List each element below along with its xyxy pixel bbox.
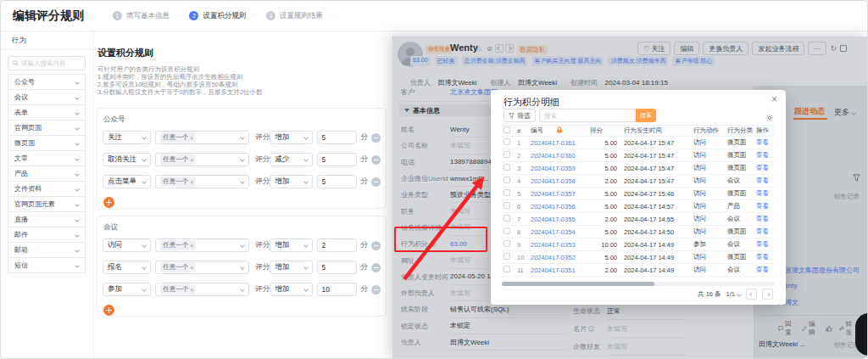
remove-rule-button[interactable] xyxy=(371,177,381,187)
tag-remove-icon[interactable]: × xyxy=(190,179,193,185)
row-checkbox[interactable] xyxy=(504,240,510,247)
wizard-step[interactable]: 2 设置积分规则 xyxy=(189,11,246,21)
tag-remove-icon[interactable]: × xyxy=(190,157,193,163)
rule-target-multiselect[interactable]: 任意一个 × xyxy=(155,261,249,274)
behavior-category-item[interactable]: 表单 xyxy=(8,104,86,121)
cell-view-link[interactable]: 查看 xyxy=(754,149,775,162)
wizard-step[interactable]: 1 填写基本信息 xyxy=(113,11,170,21)
cell-view-link[interactable]: 查看 xyxy=(754,162,775,175)
cell-id-link[interactable]: 20240417-0357 xyxy=(529,188,588,200)
cell-id-link[interactable]: 20240417-0356 xyxy=(529,200,588,213)
close-icon[interactable]: × xyxy=(771,93,777,105)
rule-target-multiselect[interactable]: 任意一个 × xyxy=(155,153,249,166)
cell-id-link[interactable]: 20240417-0351 xyxy=(529,264,588,277)
behavior-category-item[interactable]: 公众号 xyxy=(8,74,86,90)
gear-icon[interactable] xyxy=(765,110,774,126)
cell-id-link[interactable]: 20240417-0359 xyxy=(529,162,588,175)
rule-action-select[interactable]: 关注 xyxy=(103,131,151,144)
row-checkbox[interactable] xyxy=(504,151,510,158)
row-checkbox[interactable] xyxy=(504,227,510,234)
add-rule-button[interactable] xyxy=(103,197,114,208)
rule-action-select[interactable]: 报名 xyxy=(103,261,151,274)
behavior-category-item[interactable]: 直播 xyxy=(8,211,86,227)
sidebar-search[interactable] xyxy=(8,56,86,70)
cell-view-link[interactable]: 查看 xyxy=(754,226,775,238)
rule-target-multiselect[interactable]: 任意一个 × xyxy=(155,131,249,144)
cell-id-link[interactable]: 20240417-0358 xyxy=(529,175,588,188)
cell-view-link[interactable]: 查看 xyxy=(754,137,775,149)
behavior-category-item[interactable]: 邮件 xyxy=(8,227,86,243)
behavior-category-item[interactable]: 微页面 xyxy=(8,135,86,151)
rule-target-multiselect[interactable]: 任意一个 × xyxy=(155,238,249,252)
cell-view-link[interactable]: 查看 xyxy=(754,251,775,264)
row-checkbox[interactable] xyxy=(504,202,510,209)
modal-search-input[interactable] xyxy=(539,109,636,122)
rule-action-select[interactable]: 参加 xyxy=(103,283,151,296)
row-checkbox[interactable] xyxy=(504,189,510,196)
row-checkbox[interactable] xyxy=(504,177,510,183)
page-select[interactable]: 1/1 xyxy=(726,290,741,298)
rule-op-select[interactable]: 增加 xyxy=(270,261,312,274)
behavior-category-item[interactable]: 产品 xyxy=(8,165,86,182)
row-checkbox[interactable] xyxy=(504,266,510,272)
behavior-category-item[interactable]: 文章 xyxy=(8,150,86,166)
tag-remove-icon[interactable]: × xyxy=(190,287,193,293)
modal-search-button[interactable]: 搜索 xyxy=(636,109,656,122)
add-rule-button[interactable] xyxy=(103,305,114,316)
cell-view-link[interactable]: 查看 xyxy=(754,175,775,188)
cell-id-link[interactable]: 20240417-0361 xyxy=(529,137,588,149)
next-page-button[interactable] xyxy=(762,289,773,300)
rule-score-input[interactable] xyxy=(317,131,357,144)
row-checkbox[interactable] xyxy=(504,138,510,145)
rule-op-select[interactable]: 增加 xyxy=(270,238,312,252)
rule-op-select[interactable]: 增加 xyxy=(270,175,312,188)
cell-view-link[interactable]: 查看 xyxy=(754,200,775,213)
remove-rule-button[interactable] xyxy=(371,241,381,250)
floating-widget-handle[interactable] xyxy=(855,313,868,356)
behavior-category-item[interactable]: 官网页面元素 xyxy=(8,196,86,212)
rule-score-input[interactable] xyxy=(317,261,357,274)
cell-id-link[interactable]: 20240417-0354 xyxy=(529,226,588,238)
rule-score-input[interactable] xyxy=(317,175,357,188)
remove-rule-button[interactable] xyxy=(371,285,381,294)
select-all-checkbox[interactable] xyxy=(504,126,510,133)
rule-target-multiselect[interactable]: 任意一个 × xyxy=(155,283,249,296)
tag-remove-icon[interactable]: × xyxy=(190,243,193,249)
rule-score-input[interactable] xyxy=(317,283,357,296)
row-checkbox[interactable] xyxy=(504,215,510,222)
rule-op-select[interactable]: 减少 xyxy=(270,153,312,166)
rule-action-select[interactable]: 访问 xyxy=(103,238,151,252)
sidebar-search-input[interactable] xyxy=(21,59,77,67)
rule-target-multiselect[interactable]: 任意一个 × xyxy=(155,175,249,188)
rule-score-input[interactable] xyxy=(317,238,357,252)
wizard-step[interactable]: 3 设置规则结果 xyxy=(266,11,323,21)
rule-action-select[interactable]: 取消关注 xyxy=(103,153,151,166)
behavior-category-item[interactable]: 邮箱 xyxy=(8,242,86,258)
cell-view-link[interactable]: 查看 xyxy=(754,188,775,200)
rule-score-input[interactable] xyxy=(317,153,357,166)
tag-remove-icon[interactable]: × xyxy=(190,135,193,141)
cell-view-link[interactable]: 查看 xyxy=(754,264,775,277)
remove-rule-button[interactable] xyxy=(371,155,381,165)
prev-page-button[interactable] xyxy=(746,289,757,300)
remove-rule-button[interactable] xyxy=(371,263,381,272)
behavior-category-item[interactable]: 短信 xyxy=(8,257,86,273)
rule-op-select[interactable]: 增加 xyxy=(270,283,312,296)
rule-action-select[interactable]: 点击菜单 xyxy=(103,175,151,188)
filter-button[interactable]: 筛选 xyxy=(504,109,536,122)
rule-op-select[interactable]: 增加 xyxy=(270,131,312,144)
cell-id-link[interactable]: 20240417-0360 xyxy=(529,149,588,162)
cell-id-link[interactable]: 20240417-0352 xyxy=(529,251,588,264)
row-checkbox[interactable] xyxy=(504,164,510,171)
behavior-category-item[interactable]: 会议 xyxy=(8,89,86,105)
tag-remove-icon[interactable]: × xyxy=(190,265,193,271)
cell-view-link[interactable]: 查看 xyxy=(754,213,775,226)
cell-id-link[interactable]: 20240417-0355 xyxy=(529,213,588,226)
cell-view-link[interactable]: 查看 xyxy=(754,238,775,251)
cell-id-link[interactable]: 20240417-0353 xyxy=(529,238,588,251)
behavior-category-item[interactable]: 官网页面 xyxy=(8,120,86,136)
scrollbar-thumb[interactable] xyxy=(502,282,654,286)
remove-rule-button[interactable] xyxy=(371,133,381,143)
row-checkbox[interactable] xyxy=(504,253,510,260)
behavior-category-item[interactable]: 文件资料 xyxy=(8,181,86,197)
